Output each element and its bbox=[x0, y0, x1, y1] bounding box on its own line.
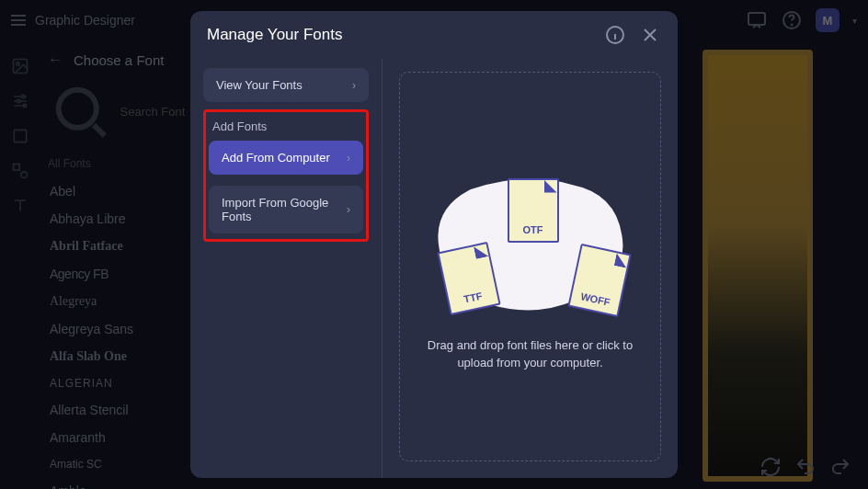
import-google-fonts-button[interactable]: Import From Google Fonts › bbox=[209, 186, 363, 233]
chevron-right-icon: › bbox=[352, 79, 356, 92]
modal-content: TTF OTF WOFF Drag and drop font files he… bbox=[383, 59, 678, 478]
dropzone-illustration: TTF OTF WOFF bbox=[425, 162, 636, 318]
add-from-computer-button[interactable]: Add From Computer › bbox=[209, 141, 363, 175]
modal-sidebar: View Your Fonts › Add Fonts Add From Com… bbox=[190, 59, 382, 478]
add-fonts-section-label: Add Fonts bbox=[209, 118, 363, 141]
modal-header: Manage Your Fonts bbox=[190, 11, 678, 59]
font-dropzone[interactable]: TTF OTF WOFF Drag and drop font files he… bbox=[399, 72, 661, 461]
add-fonts-highlight: Add Fonts Add From Computer › Import Fro… bbox=[203, 109, 369, 242]
menu-label: View Your Fonts bbox=[216, 78, 303, 92]
menu-label: Import From Google Fonts bbox=[222, 196, 347, 223]
modal-title: Manage Your Fonts bbox=[207, 26, 342, 44]
close-icon[interactable] bbox=[639, 24, 661, 46]
view-your-fonts-button[interactable]: View Your Fonts › bbox=[203, 68, 369, 102]
modal-body: View Your Fonts › Add Fonts Add From Com… bbox=[190, 59, 678, 478]
dropzone-text: Drag and drop font files here or click t… bbox=[425, 336, 636, 372]
chevron-right-icon: › bbox=[347, 152, 350, 165]
chevron-right-icon: › bbox=[347, 203, 350, 216]
info-icon[interactable] bbox=[604, 24, 626, 46]
manage-fonts-modal: Manage Your Fonts View Your Fonts › Add … bbox=[190, 11, 678, 478]
menu-label: Add From Computer bbox=[222, 151, 330, 165]
otf-file-icon: OTF bbox=[508, 178, 559, 243]
